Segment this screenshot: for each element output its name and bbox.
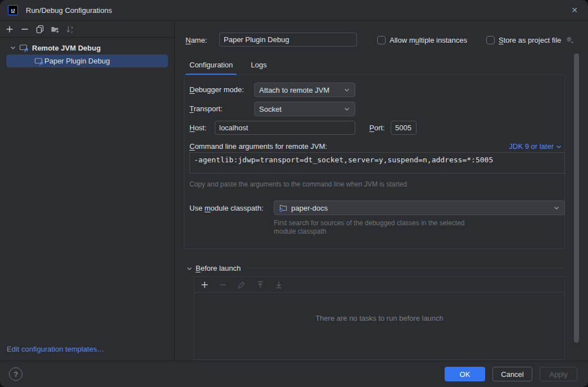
module-classpath-select[interactable]: paper-docs — [274, 201, 565, 215]
tree-item-remote-jvm-debug[interactable]: Remote JVM Debug — [0, 42, 174, 54]
remove-icon[interactable] — [20, 25, 29, 34]
remote-debug-config-icon — [19, 43, 28, 52]
use-module-classpath-label: Use module classpath: — [189, 204, 264, 212]
module-classpath-value: paper-docs — [291, 204, 550, 212]
module-icon — [279, 203, 288, 212]
transport-label: Transport: — [189, 104, 223, 113]
svg-text:z: z — [71, 30, 73, 34]
chevron-down-icon[interactable] — [186, 265, 193, 272]
sidebar-toolbar: az — [0, 21, 174, 38]
copy-icon[interactable] — [35, 25, 44, 34]
move-up-icon[interactable] — [256, 280, 265, 289]
host-input[interactable] — [215, 121, 355, 135]
port-label: Port: — [369, 124, 385, 132]
help-icon[interactable]: ? — [9, 367, 22, 381]
dialog-footer: ? OK Cancel Apply — [0, 361, 588, 387]
chevron-down-icon — [553, 204, 560, 211]
debugger-mode-select[interactable]: Attach to remote JVM — [254, 83, 355, 97]
transport-select[interactable]: Socket — [254, 102, 355, 116]
cancel-button[interactable]: Cancel — [492, 367, 532, 381]
move-down-icon[interactable] — [274, 280, 283, 289]
store-as-project-file-checkbox[interactable]: Store as project file — [486, 33, 575, 47]
tab-configuration[interactable]: Configuration — [186, 54, 237, 75]
checkbox-icon[interactable] — [377, 36, 386, 44]
gear-icon[interactable] — [565, 35, 575, 44]
store-as-project-file-label: Store as project file — [499, 36, 561, 44]
allow-multiple-instances-label: Allow multiple instances — [390, 36, 467, 44]
before-launch-empty-text: There are no tasks to run before launch — [195, 314, 564, 322]
vertical-scrollbar[interactable] — [574, 53, 579, 343]
chevron-down-icon — [555, 143, 562, 150]
chevron-down-icon — [343, 106, 350, 112]
intellij-logo-icon: IJ — [8, 5, 18, 15]
host-label: Host: — [189, 124, 206, 132]
module-classpath-hint: First search for sources of the debugged… — [274, 219, 473, 236]
chevron-down-icon[interactable] — [8, 43, 17, 52]
remote-debug-config-icon — [34, 57, 43, 66]
configuration-editor: Name: Allow multiple instances Store as … — [175, 21, 588, 361]
settings-tabs: Configuration Logs — [186, 54, 271, 75]
transport-value: Socket — [259, 105, 340, 113]
run-debug-configurations-dialog: IJ Run/Debug Configurations ✕ az — [0, 0, 588, 387]
debugger-mode-label: Debugger mode: — [189, 85, 244, 94]
ok-button[interactable]: OK — [445, 367, 485, 381]
chevron-down-icon — [343, 86, 350, 93]
allow-multiple-instances-checkbox[interactable]: Allow multiple instances — [377, 33, 467, 47]
tab-logs[interactable]: Logs — [247, 54, 270, 75]
port-input[interactable] — [391, 121, 417, 135]
titlebar: IJ Run/Debug Configurations ✕ — [0, 0, 588, 21]
configurations-sidebar: az Remote JVM Debug Paper Plugin Debug E… — [0, 21, 175, 361]
command-line-arguments-hint: Copy and paste the arguments to the comm… — [189, 180, 407, 189]
add-icon[interactable] — [200, 280, 209, 289]
svg-text:a: a — [71, 25, 73, 29]
before-launch-toolbar — [195, 277, 564, 293]
tree-item-paper-plugin-debug[interactable]: Paper Plugin Debug — [6, 54, 168, 67]
command-line-arguments-label: Command line arguments for remote JVM: — [189, 142, 327, 151]
close-icon[interactable]: ✕ — [569, 4, 580, 16]
before-launch-header: Before launch — [186, 264, 565, 272]
command-line-arguments-field[interactable]: -agentlib:jdwp=transport=dt_socket,serve… — [189, 152, 565, 174]
jdk-version-selector[interactable]: JDK 9 or later — [509, 142, 562, 151]
before-launch-label[interactable]: Before launch — [196, 264, 241, 272]
tree-item-label: Paper Plugin Debug — [44, 57, 110, 65]
window-title: Run/Debug Configurations — [26, 6, 112, 15]
remove-icon[interactable] — [219, 280, 228, 289]
edit-icon[interactable] — [237, 280, 246, 289]
add-icon[interactable] — [5, 25, 14, 34]
before-launch-panel: There are no tasks to run before launch — [194, 276, 565, 360]
debugger-mode-value: Attach to remote JVM — [259, 86, 340, 94]
sort-alphabetically-icon[interactable]: az — [66, 25, 75, 34]
name-input[interactable] — [219, 33, 357, 47]
section-divider — [247, 268, 565, 268]
apply-button: Apply — [540, 367, 577, 381]
configurations-tree: Remote JVM Debug Paper Plugin Debug — [0, 38, 174, 67]
checkbox-icon[interactable] — [486, 36, 495, 44]
new-folder-icon[interactable] — [51, 25, 60, 34]
name-label: Name: — [186, 36, 207, 44]
edit-configuration-templates-link[interactable]: Edit configuration templates… — [7, 345, 104, 353]
tree-group-label: Remote JVM Debug — [32, 44, 101, 52]
